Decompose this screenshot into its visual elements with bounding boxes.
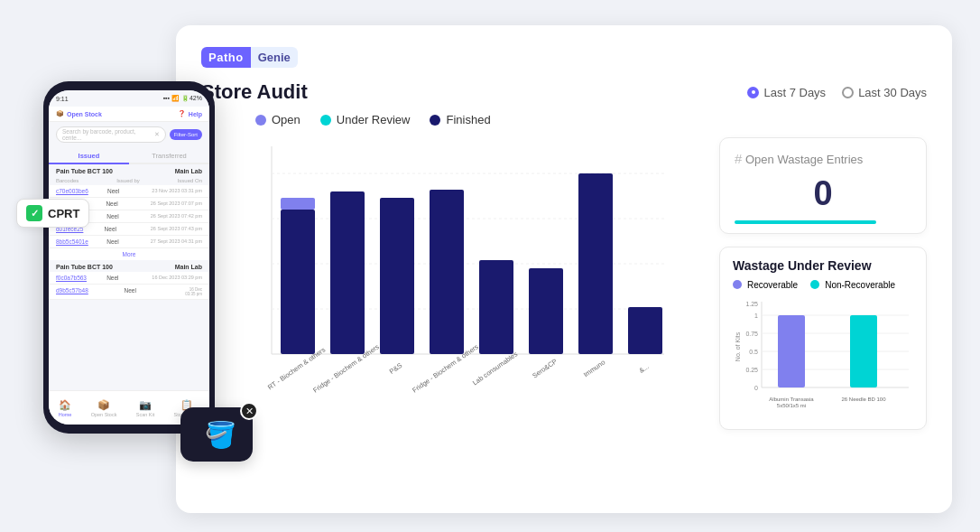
phone-search-area: Search by barcode, product, cente... ✕ F… [49, 122, 209, 147]
filter-30-days-label: Last 30 Days [858, 86, 927, 99]
phone-nav-bar: 📦 Open Stock ❓ Help [49, 107, 209, 122]
section1-lab: Main Lab [175, 168, 202, 174]
row2-barcode-0[interactable]: f0c0a7b563 [56, 275, 87, 281]
cprt-check-icon: ✓ [26, 205, 42, 221]
row-name-3: Neel [105, 226, 130, 232]
col-issued-on: Issued On [178, 178, 202, 183]
filter-7-days[interactable]: Last 7 Days [747, 86, 826, 99]
time-filters: Last 7 Days Last 30 Days [747, 86, 927, 99]
row-date-4: 27 Sept 2023 04:31 pm [151, 238, 202, 244]
search-clear-icon[interactable]: ✕ [154, 131, 160, 138]
open-stock-nav-icon: 📦 [97, 398, 110, 411]
open-stock-icon: 📦 [56, 110, 64, 117]
legend-under-review-label: Under Review [337, 113, 411, 126]
chart-legend: Open Under Review Finished [255, 113, 927, 126]
legend-under-review-dot [320, 115, 331, 126]
svg-rect-10 [430, 190, 464, 354]
bottom-nav-home[interactable]: 🏠 Home [59, 398, 72, 417]
radio-7-days[interactable] [747, 87, 759, 98]
legend-finished-label: Finished [446, 113, 490, 126]
svg-rect-36 [778, 315, 805, 387]
phone-section2-header: Pain Tube BCT 100 Main Lab [49, 260, 209, 272]
row2-name-1: Neel [125, 287, 150, 294]
legend-under-review: Under Review [320, 113, 411, 126]
svg-rect-8 [330, 191, 365, 354]
svg-rect-6 [281, 210, 315, 354]
bottom-nav-open-stock[interactable]: 📦 Open Stock [91, 398, 117, 417]
scan-kit-popup: 🪣 ✕ [180, 407, 253, 462]
non-recoverable-dot [810, 280, 819, 289]
phone-section1-header: Pain Tube BCT 100 Main Lab [49, 164, 209, 176]
home-icon: 🏠 [59, 398, 71, 411]
phone-open-stock-btn[interactable]: 📦 Open Stock [56, 110, 102, 117]
phone-help-btn[interactable]: ❓ Help [178, 110, 202, 117]
svg-text:5x50/1x5 mi: 5x50/1x5 mi [777, 403, 806, 408]
svg-rect-7 [281, 198, 315, 210]
row-name-1: Neel [106, 201, 131, 207]
logo-brand: Patho [201, 47, 251, 68]
svg-text:0.25: 0.25 [745, 367, 758, 373]
logo-product: Genie [251, 47, 298, 68]
wastage-review-card: Wastage Under Review Recoverable Non-Rec… [719, 247, 927, 430]
legend-finished-dot [430, 115, 440, 126]
phone-status-bar: 9:11 ▪▪▪ 📶 🔋42% [49, 90, 209, 107]
open-wastage-card: # Open Wastage Entries 0 [719, 137, 927, 234]
wastage-review-chart: 0 0.25 0.5 0.75 1 1.25 No. of Kits [733, 297, 913, 415]
scan-close-btn[interactable]: ✕ [240, 402, 258, 420]
svg-rect-11 [479, 260, 513, 354]
hash-symbol: # [735, 151, 742, 166]
tab-issued[interactable]: Issued [49, 147, 129, 164]
row-date-3: 26 Sept 2023 07:43 pm [151, 226, 202, 231]
wr-legend-recoverable: Recoverable [733, 280, 798, 290]
bottom-scan-kit-label: Scan Kit [136, 412, 154, 417]
svg-rect-12 [529, 268, 563, 354]
phone-device: 9:11 ▪▪▪ 📶 🔋42% 📦 Open Stock ❓ Help Sear… [43, 81, 215, 434]
row2-date-1: 16 Dec03:35 pm [185, 287, 202, 296]
row-barcode-0[interactable]: c70e003be6 [56, 188, 88, 194]
svg-rect-37 [850, 315, 877, 387]
legend-finished: Finished [430, 113, 490, 126]
row-barcode-4[interactable]: 8bb5c5401e [56, 238, 88, 245]
phone-screen: 9:11 ▪▪▪ 📶 🔋42% 📦 Open Stock ❓ Help Sear… [49, 90, 209, 425]
table-row: f0c0a7b563 Neel 16 Dec 2023 03:29 pm [49, 272, 209, 285]
bottom-nav-scan-kit[interactable]: 📷 Scan Kit [136, 398, 154, 417]
radio-30-days[interactable] [842, 87, 854, 98]
svg-text:No. of Kits: No. of Kits [735, 331, 741, 361]
svg-rect-13 [578, 173, 613, 354]
svg-text:1.25: 1.25 [745, 301, 758, 307]
phone-search-box[interactable]: Search by barcode, product, cente... ✕ [56, 126, 166, 143]
row-date-2: 26 Sept 2023 07:42 pm [151, 213, 202, 219]
bar-chart-svg: RT - Biochem & others Fridge - Biochem &… [201, 137, 703, 408]
right-panels: # Open Wastage Entries 0 Wastage Under R… [719, 137, 927, 430]
col-issued-by: Issued by [116, 178, 140, 183]
col-barcode: Barcodes [56, 178, 79, 183]
cprt-label: CPRT [48, 207, 79, 220]
svg-text:1: 1 [754, 313, 758, 319]
scan-bucket-icon: 🪣 [205, 420, 236, 450]
tab-transferred[interactable]: Transferred [129, 147, 209, 163]
svg-rect-14 [628, 307, 662, 354]
cprt-badge: ✓ CPRT [16, 199, 89, 228]
row-name-2: Neel [106, 213, 132, 219]
svg-text:Sero&CP: Sero&CP [531, 357, 559, 379]
row-date-1: 26 Sept 2023 07:07 pm [151, 201, 202, 206]
more-btn[interactable]: More [49, 248, 209, 260]
svg-text:0: 0 [754, 385, 758, 391]
svg-text:&...: &... [637, 362, 650, 375]
bottom-open-stock-label: Open Stock [91, 412, 117, 417]
filter-30-days[interactable]: Last 30 Days [842, 86, 927, 99]
help-label: Help [189, 111, 202, 117]
open-wastage-value: 0 [735, 170, 911, 220]
page-title: Store Audit [201, 80, 308, 104]
legend-open-dot [255, 115, 266, 126]
open-stock-label: Open Stock [67, 111, 102, 117]
section1-name: Pain Tube BCT 100 [56, 168, 113, 174]
row-name-4: Neel [106, 238, 132, 245]
table-row: d9b5c57b48 Neel 16 Dec03:35 pm [49, 285, 209, 300]
row2-barcode-1[interactable]: d9b5c57b48 [56, 287, 88, 294]
phone-signal-icons: ▪▪▪ 📶 🔋42% [163, 95, 202, 102]
wastage-card-label: # Open Wastage Entries [735, 151, 911, 166]
help-icon: ❓ [178, 110, 186, 117]
phone-filter-btn[interactable]: Filter-Sort [170, 129, 202, 140]
svg-text:P&S: P&S [388, 361, 403, 376]
